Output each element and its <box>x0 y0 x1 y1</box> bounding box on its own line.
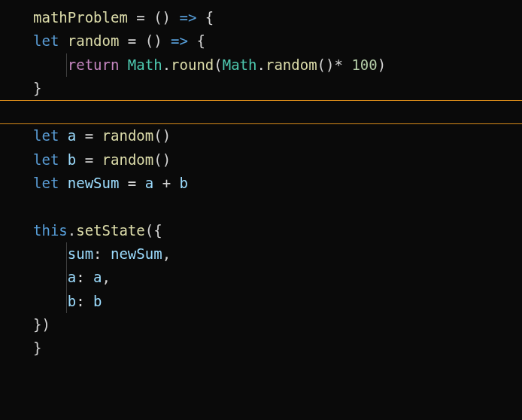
token-operator: + <box>153 175 179 191</box>
token-variable: b <box>93 293 102 309</box>
token-operator: * <box>334 56 351 73</box>
token-property: a <box>68 269 76 285</box>
token-function-call: random <box>102 127 154 144</box>
code-line: a: a, <box>0 266 522 289</box>
token-paren: () <box>153 127 171 144</box>
token-indent <box>33 269 68 285</box>
token-indent <box>33 56 68 73</box>
code-line: this.setState({ <box>0 219 522 242</box>
code-line: b: b <box>0 290 522 313</box>
code-line: return Math.round(Math.random()* 100) <box>0 53 522 77</box>
token-function-call: random <box>102 151 154 168</box>
token-paren: () <box>317 56 335 73</box>
token-method: random <box>266 56 317 73</box>
token-equals: = <box>76 127 102 144</box>
code-line: } <box>0 77 522 101</box>
token-property: sum <box>68 245 93 262</box>
token-dot: . <box>68 222 76 239</box>
token-this: this <box>33 222 68 239</box>
token-paren: ) <box>378 56 386 73</box>
token-brace: { <box>188 32 205 49</box>
token-indent <box>33 245 68 262</box>
token-dot: . <box>162 56 171 73</box>
indent-guide <box>66 266 67 289</box>
token-brace: } <box>33 80 41 96</box>
token-method: setState <box>76 222 145 239</box>
code-line: let newSum = a + b <box>0 172 522 195</box>
token-comma: , <box>162 245 171 262</box>
indent-guide <box>66 290 67 313</box>
token-colon: : <box>93 245 111 262</box>
code-line: sum: newSum, <box>0 242 522 266</box>
token-variable: a <box>145 175 153 191</box>
token-class: Math <box>223 56 257 73</box>
token-paren: () <box>153 151 171 168</box>
token-paren: ( <box>214 56 222 73</box>
token-variable: newSum <box>68 175 120 191</box>
code-line: }) <box>0 313 522 336</box>
token-space <box>59 175 67 191</box>
token-variable: b <box>68 151 76 168</box>
token-property: b <box>68 293 76 309</box>
token-keyword: let <box>33 127 59 144</box>
token-arrow: => <box>179 9 196 26</box>
token-space <box>119 56 127 73</box>
code-line-blank <box>0 195 522 218</box>
token-punct: = () <box>128 9 180 26</box>
token-colon: : <box>76 269 93 285</box>
token-variable: newSum <box>111 245 162 262</box>
token-equals: = <box>76 151 102 168</box>
token-equals: = <box>119 175 144 191</box>
token-dot: . <box>257 56 266 73</box>
code-line: let random = () => { <box>0 29 522 53</box>
indent-guide <box>66 53 67 77</box>
code-line: } <box>0 336 522 360</box>
code-line: mathProblem = () => { <box>0 6 522 29</box>
token-colon: : <box>76 293 93 309</box>
token-number: 100 <box>351 56 377 73</box>
token-space <box>59 127 67 144</box>
token-comma: , <box>102 269 111 285</box>
token-keyword: return <box>68 56 120 73</box>
token-brace-paren: }) <box>33 316 50 333</box>
diff-gap <box>0 101 522 124</box>
token-method: round <box>171 56 214 73</box>
token-brace: { <box>196 9 214 26</box>
token-function: mathProblem <box>33 9 128 26</box>
token-space <box>59 32 67 49</box>
token-keyword: let <box>33 175 59 191</box>
code-editor[interactable]: mathProblem = () => { let random = () =>… <box>0 0 522 361</box>
token-space <box>59 151 67 168</box>
code-line: let a = random() <box>0 124 522 148</box>
token-brace: } <box>33 339 41 356</box>
indent-guide <box>66 242 67 266</box>
token-punct: = () <box>119 32 171 49</box>
token-variable: a <box>68 127 76 144</box>
token-variable: a <box>93 269 102 285</box>
token-function: random <box>68 32 120 49</box>
code-line: let b = random() <box>0 148 522 172</box>
token-variable: b <box>180 175 188 191</box>
token-keyword: let <box>33 151 59 168</box>
token-keyword: let <box>33 32 59 49</box>
token-indent <box>33 293 68 309</box>
token-class: Math <box>128 56 162 73</box>
token-paren-brace: ({ <box>145 222 162 239</box>
token-arrow: => <box>171 32 188 49</box>
